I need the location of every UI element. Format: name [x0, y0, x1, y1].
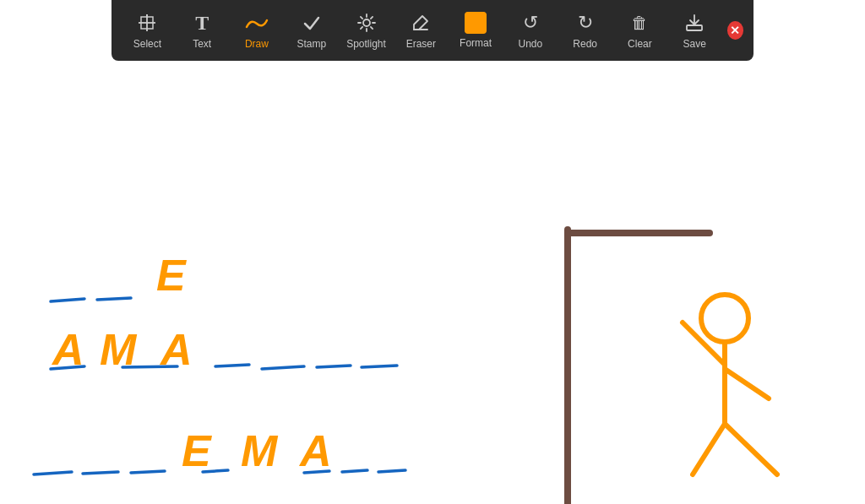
svg-line-10	[370, 27, 372, 29]
svg-text:E: E	[156, 251, 187, 300]
spotlight-label: Spotlight	[346, 38, 386, 50]
canvas-area[interactable]: E A M A E M A	[0, 61, 865, 504]
svg-marker-13	[414, 16, 427, 30]
svg-line-18	[97, 298, 131, 300]
format-label: Format	[460, 37, 492, 49]
tool-text[interactable]: T Text	[177, 6, 228, 55]
draw-label: Draw	[245, 38, 269, 50]
svg-line-26	[83, 472, 118, 474]
stamp-label: Stamp	[296, 38, 326, 50]
save-label: Save	[683, 38, 706, 50]
tool-undo[interactable]: ↺ Undo	[504, 6, 556, 55]
svg-line-25	[34, 472, 72, 474]
stamp-icon	[302, 11, 321, 35]
svg-line-17	[51, 299, 84, 301]
svg-line-46	[693, 424, 725, 474]
eraser-icon	[411, 11, 431, 35]
svg-text:E: E	[182, 426, 212, 475]
select-label: Select	[133, 38, 161, 50]
tool-draw[interactable]: Draw	[231, 6, 283, 55]
redo-label: Redo	[573, 38, 597, 50]
undo-label: Undo	[519, 38, 543, 50]
tool-select[interactable]: Select	[122, 6, 173, 55]
svg-line-45	[725, 369, 769, 398]
svg-text:M: M	[100, 325, 138, 374]
save-icon	[685, 11, 704, 35]
format-icon	[465, 12, 487, 34]
svg-line-30	[342, 470, 367, 472]
svg-line-9	[360, 17, 362, 19]
eraser-label: Eraser	[406, 38, 436, 50]
svg-text:A: A	[159, 325, 193, 374]
svg-line-31	[378, 470, 405, 472]
text-icon: T	[195, 11, 209, 35]
svg-line-47	[725, 424, 777, 474]
svg-point-42	[701, 295, 748, 342]
svg-text:A: A	[298, 426, 332, 475]
spotlight-icon	[356, 11, 377, 35]
tool-redo[interactable]: ↻ Redo	[559, 6, 611, 55]
drawing-canvas[interactable]: E A M A E M A	[0, 61, 865, 504]
text-label: Text	[193, 38, 211, 50]
svg-line-21	[215, 365, 249, 366]
tool-stamp[interactable]: Stamp	[286, 6, 337, 55]
draw-icon	[245, 11, 269, 35]
svg-line-12	[360, 27, 362, 29]
clear-icon: 🗑	[631, 11, 648, 35]
select-icon	[137, 11, 157, 35]
clear-label: Clear	[628, 38, 652, 50]
tool-eraser[interactable]: Eraser	[395, 6, 447, 55]
toolbar: Select T Text Draw Stamp	[112, 0, 753, 61]
close-button[interactable]: ✕	[727, 21, 743, 40]
tool-save[interactable]: Save	[669, 6, 721, 55]
svg-line-22	[262, 366, 304, 369]
svg-line-23	[317, 366, 351, 367]
redo-icon: ↻	[578, 11, 593, 35]
svg-text:M: M	[241, 426, 279, 475]
svg-rect-15	[687, 25, 702, 30]
undo-icon: ↺	[523, 11, 538, 35]
tool-spotlight[interactable]: Spotlight	[340, 6, 392, 55]
svg-line-24	[362, 366, 397, 367]
svg-text:A: A	[51, 325, 84, 374]
svg-line-11	[370, 17, 372, 19]
tool-format[interactable]: Format	[450, 7, 502, 54]
svg-point-4	[363, 19, 370, 26]
svg-line-27	[131, 471, 165, 473]
tool-clear[interactable]: 🗑 Clear	[614, 6, 666, 55]
